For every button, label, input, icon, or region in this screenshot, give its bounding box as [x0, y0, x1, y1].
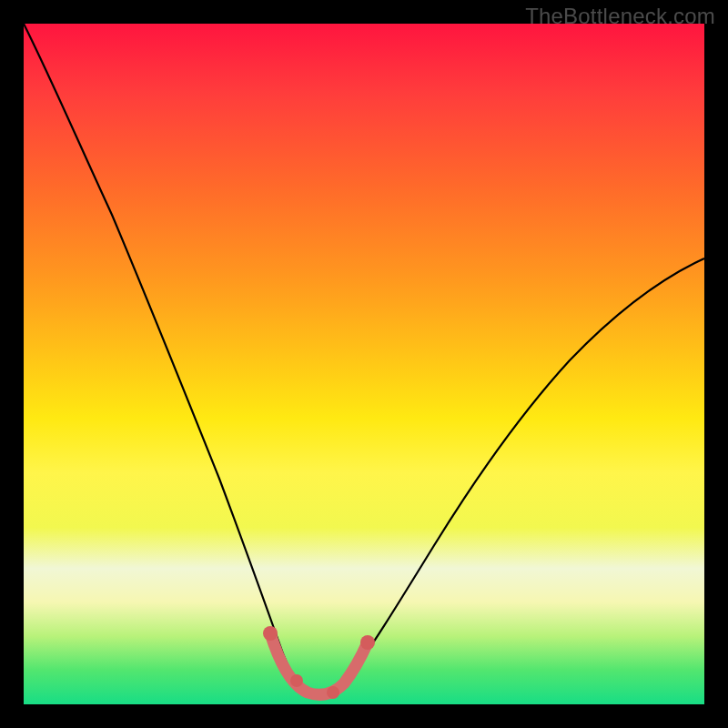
- plot-area: [24, 24, 704, 704]
- highlight-dot-left: [263, 626, 278, 641]
- bottleneck-curve: [24, 24, 704, 704]
- curve-path: [24, 24, 704, 694]
- chart-frame: TheBottleneck.com: [0, 0, 728, 728]
- highlight-dot-right: [360, 635, 375, 650]
- highlight-dot-mid2: [327, 686, 339, 699]
- highlight-dot-mid1: [290, 674, 303, 687]
- highlight-segment: [270, 633, 368, 694]
- watermark-text: TheBottleneck.com: [525, 4, 715, 29]
